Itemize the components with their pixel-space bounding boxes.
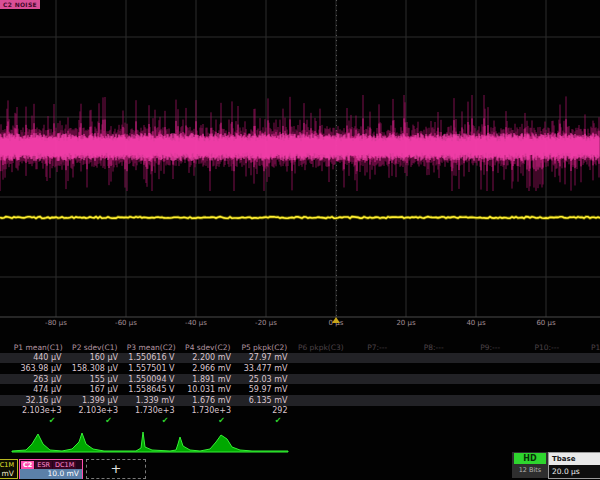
- measure-row-sdev: 32.16 µV1.399 µV1.339 mV1.676 mV6.135 mV: [0, 395, 600, 406]
- param-header-4[interactable]: P4 sdev(C2): [180, 343, 237, 352]
- param-status-check-p2: ✔: [67, 416, 124, 426]
- measure-value-p3: 1.550616 V: [123, 353, 180, 362]
- measure-max-p5: 59.97 mV: [236, 385, 293, 394]
- measure-row-status: ✔✔✔✔✔: [0, 416, 600, 427]
- channel-c1-descriptor[interactable]: C1 DC1M 10.0 mV: [0, 459, 18, 479]
- measurement-histicons[interactable]: [12, 432, 288, 452]
- measure-row-max: 474 µV167 µV1.558645 V10.031 mV59.97 mV: [0, 384, 600, 395]
- param-header-7[interactable]: P7:---: [349, 343, 406, 352]
- param-status-check-p3: ✔: [123, 416, 180, 426]
- time-axis-label: 40 µs: [466, 319, 485, 327]
- measure-value-p5: 27.97 mV: [236, 353, 293, 362]
- measure-sdev-p4: 1.676 mV: [180, 396, 237, 405]
- trigger-position-marker[interactable]: [332, 317, 340, 323]
- measure-sdev-p2: 1.399 µV: [67, 396, 124, 405]
- param-header-8[interactable]: P8:---: [406, 343, 463, 352]
- time-axis-label: -20 µs: [255, 319, 277, 327]
- hd-mode-badge: HD: [514, 453, 546, 464]
- measure-row-value: 440 µV160 µV1.550616 V2.200 mV27.97 mV: [0, 353, 600, 364]
- param-header-6[interactable]: P6 pkpk(C3): [293, 343, 350, 352]
- measure-sdev-p5: 6.135 mV: [236, 396, 293, 405]
- c2-trace-core[interactable]: [0, 133, 599, 161]
- measure-num-p1: 2.103e+3: [10, 406, 67, 415]
- measure-max-p1: 474 µV: [10, 385, 67, 394]
- measure-value-p1: 440 µV: [10, 353, 67, 362]
- measure-mean-p3: 1.557501 V: [123, 364, 180, 373]
- param-status-check-p4: ✔: [180, 416, 237, 426]
- measure-min-p1: 263 µV: [10, 375, 67, 384]
- add-trace-button[interactable]: +: [86, 459, 146, 479]
- param-header-10[interactable]: P10:---: [519, 343, 576, 352]
- measure-row-num: 2.103e+32.103e+31.730e+31.730e+3292: [0, 406, 600, 417]
- param-header-2[interactable]: P2 sdev(C1): [67, 343, 124, 352]
- measure-num-p2: 2.103e+3: [67, 406, 124, 415]
- param-status-check-p5: ✔: [236, 416, 293, 426]
- measure-mean-p2: 158.308 µV: [67, 364, 124, 373]
- timebase-descriptor[interactable]: Tbase 20.0 µs: [548, 452, 600, 479]
- measure-table: P1 mean(C1)P2 sdev(C1)P3 mean(C2)P4 sdev…: [0, 342, 600, 427]
- measure-row-min: 263 µV155 µV1.550094 V1.891 mV25.03 mV: [0, 374, 600, 385]
- time-axis-label: 20 µs: [396, 319, 415, 327]
- acquisition-mode-panel: HD 12 Bits: [512, 452, 548, 478]
- c1-coupling-label: DC1M: [0, 461, 16, 469]
- measure-min-p5: 25.03 mV: [236, 375, 293, 384]
- timebase-label: Tbase: [549, 453, 600, 465]
- c2-coupling-label: DC1M: [53, 461, 76, 469]
- time-axis-label: -60 µs: [115, 319, 137, 327]
- timebase-value: 20.0 µs: [549, 465, 600, 478]
- measure-table-header-row: P1 mean(C1)P2 sdev(C1)P3 mean(C2)P4 sdev…: [0, 342, 600, 353]
- c1-scale-value: 10.0 mV: [0, 469, 17, 479]
- measure-row-mean: 363.98 µV158.308 µV1.557501 V2.966 mV33.…: [0, 363, 600, 374]
- c2-esr-badge: ESR: [35, 461, 52, 469]
- c2-label: C2: [21, 461, 34, 469]
- measure-min-p3: 1.550094 V: [123, 375, 180, 384]
- param-status-check-p1: ✔: [10, 416, 67, 426]
- measure-max-p3: 1.558645 V: [123, 385, 180, 394]
- time-axis-label: -40 µs: [185, 319, 207, 327]
- c2-scale-value: 10.0 mV: [20, 469, 82, 479]
- measure-num-p5: 292: [236, 406, 293, 415]
- param-header-9[interactable]: P9:---: [462, 343, 519, 352]
- time-axis-label: 60 µs: [536, 319, 555, 327]
- measure-max-p2: 167 µV: [67, 385, 124, 394]
- measure-value-p4: 2.200 mV: [180, 353, 237, 362]
- measure-min-p4: 1.891 mV: [180, 375, 237, 384]
- measure-value-p2: 160 µV: [67, 353, 124, 362]
- measure-mean-p1: 363.98 µV: [10, 364, 67, 373]
- param-header-3[interactable]: P3 mean(C2): [123, 343, 180, 352]
- measure-sdev-p1: 32.16 µV: [10, 396, 67, 405]
- measure-sdev-p3: 1.339 mV: [123, 396, 180, 405]
- measure-mean-p5: 33.477 mV: [236, 364, 293, 373]
- measure-max-p4: 10.031 mV: [180, 385, 237, 394]
- measure-num-p3: 1.730e+3: [123, 406, 180, 415]
- param-header-1[interactable]: P1 mean(C1): [10, 343, 67, 352]
- time-axis-label: -80 µs: [45, 319, 67, 327]
- measure-mean-p4: 2.966 mV: [180, 364, 237, 373]
- param-header-11[interactable]: P11:---: [575, 343, 600, 352]
- channel-c2-descriptor[interactable]: C2 ESR DC1M 10.0 mV: [19, 459, 83, 479]
- measure-num-p4: 1.730e+3: [180, 406, 237, 415]
- trace-label-badge: C2 NOISE: [0, 0, 40, 9]
- bits-label: 12 Bits: [512, 464, 548, 476]
- measure-min-p2: 155 µV: [67, 375, 124, 384]
- param-header-5[interactable]: P5 pkpk(C2): [236, 343, 293, 352]
- oscilloscope-screen: C2 NOISE -100 µs-80 µs-60 µs-40 µs-20 µs…: [0, 0, 600, 480]
